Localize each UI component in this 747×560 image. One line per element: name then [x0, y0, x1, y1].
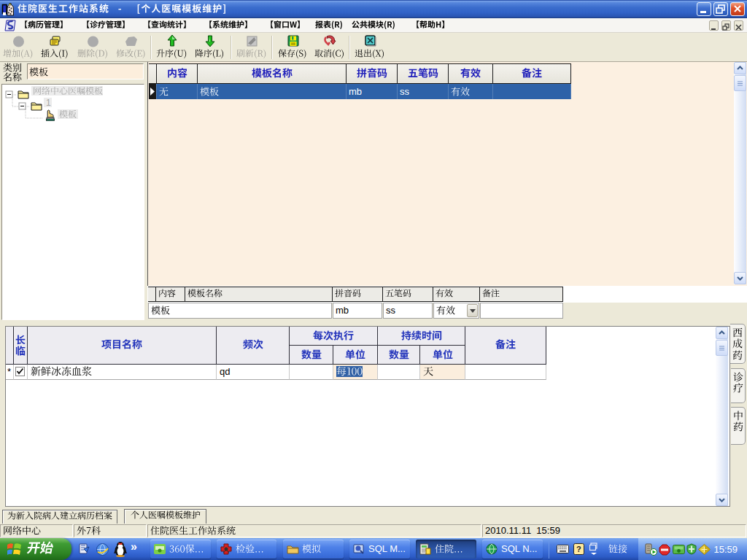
svg-text:?: ?	[576, 545, 581, 553]
svg-text:1: 1	[46, 98, 51, 108]
